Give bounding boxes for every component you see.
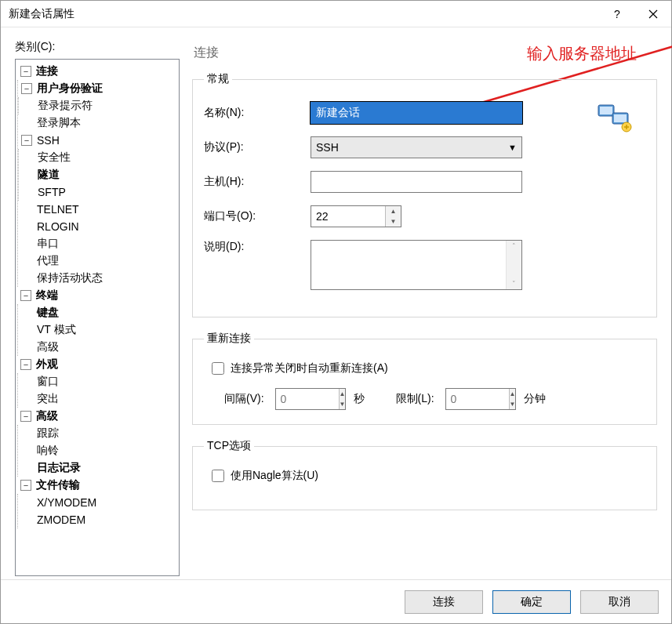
close-icon bbox=[648, 9, 658, 19]
tree-node-vt-mode[interactable]: VT 模式 bbox=[18, 321, 179, 339]
tree-node-highlight[interactable]: 突出 bbox=[18, 390, 179, 408]
spin-up-icon[interactable]: ▲ bbox=[510, 389, 516, 399]
svg-rect-4 bbox=[614, 114, 627, 122]
nagle-checkbox[interactable] bbox=[212, 470, 224, 482]
reconnect-group: 重新连接 连接异常关闭时自动重新连接(A) 间隔(V): ▲▼ 秒 限制(L): bbox=[192, 332, 657, 425]
spin-up-icon[interactable]: ▲ bbox=[340, 389, 346, 399]
host-input[interactable] bbox=[311, 171, 522, 193]
collapse-icon[interactable]: − bbox=[21, 83, 32, 94]
tree-node-appearance[interactable]: −外观 bbox=[17, 356, 179, 373]
tree-node-adv-term[interactable]: 高级 bbox=[18, 339, 179, 356]
category-tree[interactable]: −连接 −用户身份验证 登录提示符 登录脚本 −SSH bbox=[15, 59, 180, 576]
minutes-label: 分钟 bbox=[524, 392, 546, 406]
desc-textarea[interactable] bbox=[311, 241, 506, 289]
seconds-label: 秒 bbox=[354, 392, 365, 406]
auto-reconnect-checkbox[interactable] bbox=[212, 362, 224, 375]
window-controls: ? bbox=[599, 1, 671, 27]
nagle-label: 使用Nagle算法(U) bbox=[231, 469, 318, 483]
collapse-icon[interactable]: − bbox=[21, 135, 32, 146]
tree-node-tunnel[interactable]: 隧道 bbox=[19, 166, 179, 183]
spin-down-icon[interactable]: ▼ bbox=[386, 216, 401, 227]
tree-node-logging[interactable]: 日志记录 bbox=[18, 459, 179, 477]
tree-node-window[interactable]: 窗口 bbox=[18, 373, 179, 390]
tree-node-connection[interactable]: −连接 bbox=[17, 63, 179, 80]
scroll-down-icon: ˅ bbox=[507, 278, 521, 289]
tree-node-xymodem[interactable]: X/YMODEM bbox=[18, 494, 179, 511]
tree-node-advanced[interactable]: −高级 bbox=[17, 408, 179, 425]
dialog-window: 新建会话属性 ? 类别(C): −连接 −用户身份验证 bbox=[0, 0, 672, 624]
limit-label: 限制(L): bbox=[396, 392, 434, 406]
spin-down-icon[interactable]: ▼ bbox=[340, 399, 346, 409]
tcp-legend: TCP选项 bbox=[204, 439, 254, 453]
help-button[interactable]: ? bbox=[599, 1, 635, 27]
tree-node-keepalive[interactable]: 保持活动状态 bbox=[18, 270, 179, 287]
tree-node-trace[interactable]: 跟踪 bbox=[18, 425, 179, 442]
tree-node-user-auth[interactable]: −用户身份验证 bbox=[18, 80, 179, 97]
tree-node-ssh[interactable]: −SSH bbox=[18, 132, 179, 149]
interval-input[interactable] bbox=[276, 389, 339, 409]
tree-node-zmodem[interactable]: ZMODEM bbox=[18, 511, 179, 528]
port-input[interactable] bbox=[311, 206, 385, 227]
auto-reconnect-label: 连接异常关闭时自动重新连接(A) bbox=[231, 361, 388, 375]
tree-node-terminal[interactable]: −终端 bbox=[17, 287, 179, 304]
desc-label: 说明(D): bbox=[204, 240, 311, 254]
tree-node-login-script[interactable]: 登录脚本 bbox=[18, 114, 179, 132]
protocol-select[interactable]: SSH ▼ bbox=[311, 136, 522, 158]
port-label: 端口号(O): bbox=[204, 209, 311, 223]
dialog-footer: 连接 确定 取消 bbox=[1, 579, 671, 623]
limit-spinner[interactable]: ▲▼ bbox=[445, 388, 516, 410]
tree-node-serial[interactable]: 串口 bbox=[18, 235, 179, 252]
tree-node-security[interactable]: 安全性 bbox=[19, 149, 179, 166]
window-title: 新建会话属性 bbox=[9, 7, 599, 21]
tree-node-bell[interactable]: 响铃 bbox=[18, 442, 179, 459]
interval-label: 间隔(V): bbox=[224, 392, 264, 406]
general-group: 常规 名称(N): 协议(P): SSH bbox=[192, 72, 657, 317]
svg-rect-2 bbox=[600, 107, 612, 114]
scrollbar[interactable]: ˄˅ bbox=[506, 241, 521, 289]
ok-button[interactable]: 确定 bbox=[492, 590, 571, 614]
tree-node-keyboard[interactable]: 键盘 bbox=[18, 304, 179, 321]
collapse-icon[interactable]: − bbox=[20, 66, 31, 77]
collapse-icon[interactable]: − bbox=[20, 480, 31, 491]
collapse-icon[interactable]: − bbox=[20, 290, 31, 301]
tree-node-login-prompt[interactable]: 登录提示符 bbox=[19, 97, 179, 114]
panel-title: 连接 bbox=[194, 45, 657, 61]
name-input[interactable] bbox=[311, 102, 522, 124]
tree-node-telnet[interactable]: TELNET bbox=[18, 201, 179, 218]
tree-node-sftp[interactable]: SFTP bbox=[19, 183, 179, 201]
close-button[interactable] bbox=[635, 1, 671, 27]
collapse-icon[interactable]: − bbox=[20, 359, 31, 370]
title-bar: 新建会话属性 ? bbox=[1, 1, 671, 27]
spin-down-icon[interactable]: ▼ bbox=[510, 399, 516, 409]
reconnect-legend: 重新连接 bbox=[204, 332, 254, 346]
tree-node-file-transfer[interactable]: −文件传输 bbox=[17, 477, 179, 494]
tree-node-rlogin[interactable]: RLOGIN bbox=[18, 218, 179, 235]
collapse-icon[interactable]: − bbox=[20, 411, 31, 422]
scroll-up-icon: ˄ bbox=[507, 241, 521, 252]
network-computers-icon bbox=[597, 102, 634, 133]
category-label: 类别(C): bbox=[15, 40, 180, 54]
tcp-group: TCP选项 使用Nagle算法(U) bbox=[192, 439, 657, 510]
general-legend: 常规 bbox=[204, 72, 232, 86]
protocol-value: SSH bbox=[316, 141, 339, 154]
spin-up-icon[interactable]: ▲ bbox=[386, 206, 401, 216]
connect-button[interactable]: 连接 bbox=[405, 590, 483, 614]
chevron-down-icon: ▼ bbox=[508, 143, 517, 152]
limit-input[interactable] bbox=[446, 389, 509, 409]
tree-node-proxy[interactable]: 代理 bbox=[18, 252, 179, 270]
name-label: 名称(N): bbox=[204, 106, 311, 120]
cancel-button[interactable]: 取消 bbox=[580, 590, 659, 614]
host-label: 主机(H): bbox=[204, 175, 311, 189]
port-spinner[interactable]: ▲▼ bbox=[311, 205, 401, 227]
protocol-label: 协议(P): bbox=[204, 140, 311, 154]
interval-spinner[interactable]: ▲▼ bbox=[275, 388, 346, 410]
